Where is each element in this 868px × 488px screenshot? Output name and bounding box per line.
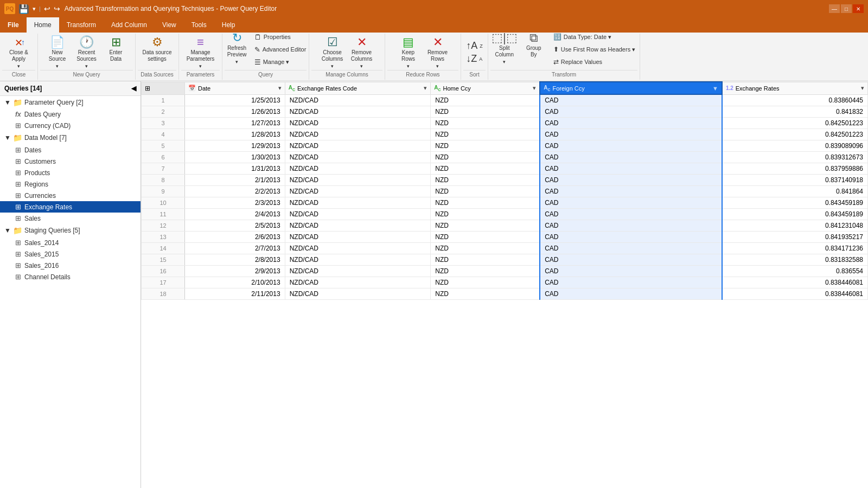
tab-home[interactable]: Home (27, 17, 59, 33)
table-row[interactable]: 11/25/2013NZD/CADNZDCAD0.83860445 (142, 94, 868, 106)
table-row[interactable]: 82/1/2013NZD/CADNZDCAD0.837140918 (142, 175, 868, 186)
split-column-button[interactable]: ⬚|⬚ SplitColumn ▾ (490, 30, 519, 65)
cell-date: 2/11/2013 (185, 288, 285, 300)
col-header-rownum[interactable]: ⊞ (142, 82, 185, 94)
cell-row-num: 13 (142, 232, 185, 243)
col-foreign-ccy-label: Foreign Ccy (552, 85, 584, 92)
sidebar-item-currencies[interactable]: ⊞ Currencies (0, 190, 141, 201)
col-header-foreign-ccy[interactable]: AC Foreign Ccy ▼ (540, 82, 722, 94)
close-apply-button[interactable]: ✕ ↑ Close &Apply ▾ (5, 34, 33, 69)
table-row[interactable]: 102/3/2013NZD/CADNZDCAD0.843459189 (142, 197, 868, 209)
table-row[interactable]: 132/6/2013NZD/CADNZDCAD0.841935217 (142, 232, 868, 243)
sidebar-item-sales[interactable]: ⊞ Sales (0, 213, 141, 224)
table-row[interactable]: 92/2/2013NZD/CADNZDCAD0.841864 (142, 186, 868, 197)
cell-foreign-ccy: CAD (540, 243, 722, 254)
tab-add-column[interactable]: Add Column (104, 17, 155, 33)
tab-view[interactable]: View (155, 17, 184, 33)
advanced-editor-button[interactable]: ✎ Advanced Editor (252, 43, 309, 55)
sidebar-item-sales-2015[interactable]: ⊞ Sales_2015 (0, 248, 141, 260)
table-row[interactable]: 31/27/2013NZD/CADNZDCAD0.842501223 (142, 118, 868, 129)
sidebar-item-sales-2016[interactable]: ⊞ Sales_2016 (0, 260, 141, 271)
filter-icon-foreign[interactable]: ▼ (712, 85, 718, 92)
filter-icon-rates[interactable]: ▾ (861, 85, 864, 92)
window-controls[interactable]: — □ ✕ (829, 4, 864, 13)
choose-columns-button[interactable]: ☑ ChooseColumns ▾ (318, 34, 347, 69)
sidebar-item-dates[interactable]: ⊞ Dates (0, 144, 141, 156)
sidebar-item-products[interactable]: ⊞ Products (0, 167, 141, 178)
table-row[interactable]: 182/11/2013NZD/CADNZDCAD0.838446081 (142, 288, 868, 300)
sidebar-item-sales-2014[interactable]: ⊞ Sales_2014 (0, 237, 141, 248)
table-row[interactable]: 21/26/2013NZD/CADNZDCAD0.841832 (142, 106, 868, 118)
table-row[interactable]: 122/5/2013NZD/CADNZDCAD0.841231048 (142, 220, 868, 232)
save-dropdown[interactable]: ▾ (33, 5, 36, 12)
minimize-button[interactable]: — (829, 4, 840, 13)
redo-button[interactable]: ↪ (54, 4, 60, 13)
remove-rows-button[interactable]: ✕ RemoveRows ▾ (424, 34, 452, 69)
sidebar-collapse-button[interactable]: ◀ (131, 85, 136, 92)
manage-parameters-button[interactable]: ≡ ManageParameters ▾ (182, 34, 220, 69)
sidebar-item-dates-query[interactable]: fx Dates Query (0, 109, 141, 120)
sidebar-item-sales-2016-label: Sales_2016 (24, 262, 59, 269)
cell-code: NZD/CAD (285, 186, 431, 197)
filter-icon-date[interactable]: ▾ (278, 85, 282, 92)
undo-button[interactable]: ↩ (44, 4, 50, 13)
ribbon-group-parameters-label: Parameters (181, 70, 220, 79)
cell-row-num: 4 (142, 129, 185, 140)
keep-rows-button[interactable]: ▤ KeepRows ▾ (394, 34, 423, 69)
use-first-row-button[interactable]: ⬆ Use First Row as Headers ▾ (551, 43, 637, 55)
sidebar-group-parameter-query-header[interactable]: ▼ 📁 Parameter Query [2] (0, 96, 141, 109)
enter-data-button[interactable]: ⊞ EnterData (102, 34, 130, 69)
sidebar-item-exchange-rates[interactable]: ⊞ Exchange Rates (0, 201, 141, 213)
table-row[interactable]: 172/10/2013NZD/CADNZDCAD0.838446081 (142, 277, 868, 288)
sidebar-item-channel-details[interactable]: ⊞ Channel Details (0, 271, 141, 282)
sidebar: Queries [14] ◀ ▼ 📁 Parameter Query [2] f… (0, 81, 141, 488)
ribbon-group-sort: ↑AZ ↓ZA Sort (461, 34, 488, 80)
table-icon-products: ⊞ (15, 169, 21, 177)
col-header-exchange-rates-code[interactable]: AC Exchange Rates Code ▾ (285, 82, 431, 94)
col-header-date[interactable]: 📅 Date ▾ (185, 82, 285, 94)
sidebar-item-regions[interactable]: ⊞ Regions (0, 178, 141, 190)
tab-file[interactable]: File (0, 17, 27, 33)
refresh-preview-button[interactable]: ↻ RefreshPreview ▾ (223, 30, 251, 65)
sidebar-item-customers[interactable]: ⊞ Customers (0, 156, 141, 167)
tab-transform[interactable]: Transform (59, 17, 104, 33)
table-row[interactable]: 162/9/2013NZD/CADNZDCAD0.836554 (142, 266, 868, 277)
table-row[interactable]: 71/31/2013NZD/CADNZDCAD0.837959886 (142, 163, 868, 175)
cell-date: 2/8/2013 (185, 254, 285, 266)
maximize-button[interactable]: □ (841, 4, 852, 13)
col-header-exchange-rates[interactable]: 1.2 Exchange Rates ▾ (722, 82, 868, 94)
col-header-home-ccy[interactable]: AC Home Ccy ▾ (431, 82, 540, 94)
fx-icon: fx (15, 111, 21, 118)
recent-sources-button[interactable]: 🕐 RecentSources ▾ (73, 34, 101, 69)
cell-foreign-ccy: CAD (540, 94, 722, 106)
grid-area: ⊞ 📅 Date ▾ AC (141, 81, 868, 488)
sort-asc-button[interactable]: ↑AZ (464, 40, 485, 52)
replace-values-button[interactable]: ⇄ Replace Values (551, 56, 637, 68)
table-row[interactable]: 112/4/2013NZD/CADNZDCAD0.843459189 (142, 209, 868, 220)
close-apply-icon: ✕ ↑ (15, 36, 23, 48)
save-button[interactable]: 💾 (18, 4, 29, 14)
tab-tools[interactable]: Tools (184, 17, 214, 33)
cell-date: 2/1/2013 (185, 175, 285, 186)
group-by-button[interactable]: ⧉ GroupBy (520, 30, 548, 65)
table-row[interactable]: 61/30/2013NZD/CADNZDCAD0.839312673 (142, 152, 868, 163)
table-row[interactable]: 51/29/2013NZD/CADNZDCAD0.839089096 (142, 140, 868, 152)
filter-icon-code[interactable]: ▾ (424, 85, 427, 92)
table-row[interactable]: 41/28/2013NZD/CADNZDCAD0.842501223 (142, 129, 868, 140)
sort-desc-button[interactable]: ↓ZA (464, 53, 484, 65)
manage-button[interactable]: ☰ Manage ▾ (252, 56, 309, 68)
properties-button[interactable]: 🗒 Properties (252, 31, 309, 43)
ribbon-group-new-query: 📄 NewSource ▾ 🕐 RecentSources ▾ ⊞ EnterD… (38, 34, 136, 80)
data-source-settings-button[interactable]: ⚙ Data sourcesettings (138, 34, 176, 69)
close-button[interactable]: ✕ (853, 4, 864, 13)
sidebar-group-data-model-header[interactable]: ▼ 📁 Data Model [7] (0, 131, 141, 144)
table-icon-customers: ⊞ (15, 157, 21, 165)
sidebar-group-staging-queries-header[interactable]: ▼ 📁 Staging Queries [5] (0, 224, 141, 237)
table-row[interactable]: 152/8/2013NZD/CADNZDCAD0.831832588 (142, 254, 868, 266)
sidebar-item-currency-cad[interactable]: ⊞ Currency (CAD) (0, 120, 141, 131)
remove-columns-button[interactable]: ✕ RemoveColumns ▾ (348, 34, 376, 69)
filter-icon-home[interactable]: ▾ (533, 85, 536, 92)
table-row[interactable]: 142/7/2013NZD/CADNZDCAD0.834171236 (142, 243, 868, 254)
new-source-button[interactable]: 📄 NewSource ▾ (43, 34, 72, 69)
data-type-button[interactable]: 🔢 Data Type: Date ▾ (551, 31, 637, 43)
